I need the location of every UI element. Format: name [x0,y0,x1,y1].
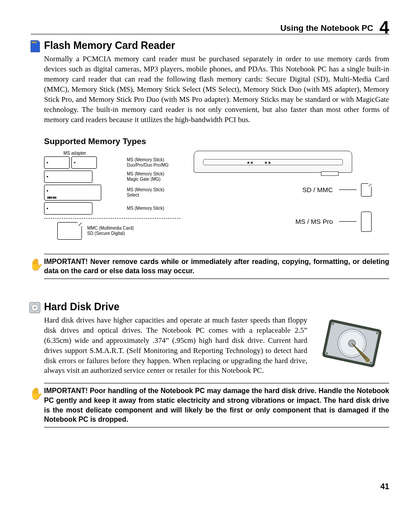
card-label-2: MS (Memory Stick) Select [127,187,164,198]
slot-label-ms: MS / MS Pro [295,218,333,225]
hand-stop-icon: ✋ [29,386,43,401]
section-flash-reader: Flash Memory Card Reader Normally a PCMC… [44,40,389,241]
hdd-small-icon [28,301,41,314]
slot-sd-row: SD / MMC [194,183,372,197]
card-ms-adapter: ◂ [71,156,97,169]
memory-card-icon [28,40,41,53]
card-label-3: MS (Memory Stick) [127,206,164,211]
page-header: Using the Notebook PC 4 [31,18,389,34]
flash-reader-body: Normally a PCMCIA memory card reader mus… [44,54,389,125]
slot-label-sd: SD / MMC [302,186,333,193]
card-row-select: ◂ ▮▮▮▮ ▮▮▮ MS (Memory Stick) Select [44,185,181,201]
header-section-title: Using the Notebook PC [280,23,373,33]
svg-point-6 [34,307,36,308]
header-chapter-number: 4 [379,20,389,34]
card-row-mg: ◂ MS (Memory Stick) Magic Gate (MG) [44,171,181,183]
card-row-sd: MMC (Multimedia Card) SD (Secure Digital… [57,222,181,240]
flash-reader-heading: Flash Memory Card Reader [44,40,389,52]
slot-ms-row: MS / MS Pro [194,212,372,232]
card-ms-select: ◂ ▮▮▮▮ ▮▮▮ [44,185,101,201]
card-row-duo: ◂ ◂ MS (Memory Stick) Duo/Pro/Duo Pro/MG [44,156,181,169]
memory-cards-column: MS adapter ◂ ◂ MS (Memory Stick) Duo/Pro… [44,151,181,241]
hdd-body: Hard disk drives have higher capacities … [44,316,307,376]
card-label-bottom: MMC (Multimedia Card) SD (Secure Digital… [87,226,134,236]
hdd-image [314,316,389,373]
svg-rect-3 [36,41,37,43]
memory-types-diagram: MS adapter ◂ ◂ MS (Memory Stick) Duo/Pro… [44,151,389,241]
laptop-side-view: ◉ ◉ ◉ ◉ [194,151,352,173]
hdd-heading: Hard Disk Drive [44,301,389,313]
card-label-1: MS (Memory Stick) Magic Gate (MG) [127,171,164,182]
dashed-separator [44,218,181,219]
warning2-text: IMPORTANT! Poor handling of the Notebook… [44,387,389,423]
svg-rect-2 [34,41,35,43]
svg-rect-1 [33,41,34,43]
supported-types-heading: Supported Memory Types [44,137,389,146]
slot-card-sd [361,183,372,197]
card-ms-duo: ◂ [44,156,70,169]
slot-card-ms [361,212,372,232]
warning-hdd-handling: ✋ IMPORTANT! Poor handling of the Notebo… [44,383,389,427]
laptop-slot-column: ◉ ◉ ◉ ◉ SD / MMC MS / MS Pro [194,151,389,241]
card-row-ms: ◂ MS (Memory Stick) [44,202,181,215]
page-number: 41 [380,482,389,491]
svg-rect-0 [32,41,33,43]
card-ms-mg: ◂ [44,171,92,183]
section-hdd: Hard Disk Drive Hard disk drives have hi… [44,301,389,376]
warning-card-removal: ✋ IMPORTANT! Never remove cards while or… [44,254,389,279]
hand-stop-icon: ✋ [29,257,43,272]
warning1-text: IMPORTANT! Never remove cards while or i… [44,258,389,275]
card-ms: ◂ [44,202,92,215]
ms-adapter-label: MS adapter [63,151,181,156]
card-sd-mmc [57,222,82,240]
card-label-0: MS (Memory Stick) Duo/Pro/Duo Pro/MG [127,157,169,168]
